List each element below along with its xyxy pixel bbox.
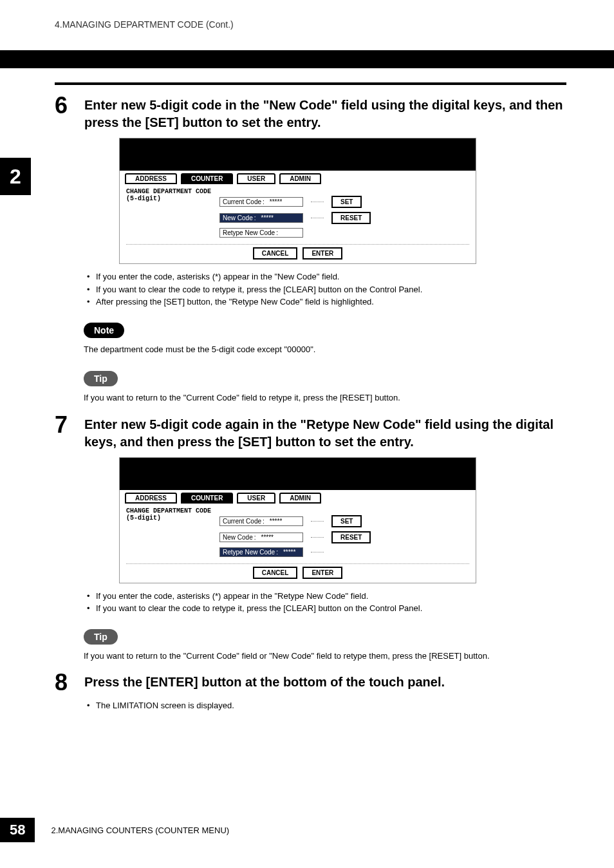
row-current: Current Code:***** SET bbox=[219, 515, 469, 527]
tip-label: Tip bbox=[94, 373, 107, 384]
page-header: 4.MANAGING DEPARTMENT CODE (Cont.) bbox=[0, 0, 614, 30]
new-code-field[interactable]: New Code:***** bbox=[219, 213, 303, 223]
step-6: 6 Enter new 5-digit code in the "New Cod… bbox=[55, 94, 566, 131]
tab-admin[interactable]: ADMIN bbox=[279, 173, 321, 184]
ui-screenshot-6: ADDRESS COUNTER USER ADMIN CHANGE DEPART… bbox=[119, 138, 476, 264]
ui-top-bar bbox=[120, 138, 476, 171]
current-code-field[interactable]: Current Code:***** bbox=[219, 516, 303, 526]
retype-code-field[interactable]: Retype New Code: bbox=[219, 228, 303, 238]
tab-counter[interactable]: COUNTER bbox=[181, 173, 233, 184]
step-title: Enter new 5-digit code again in the "Ret… bbox=[84, 413, 566, 451]
step-number: 8 bbox=[55, 671, 73, 694]
step-8: 8 Press the [ENTER] button at the bottom… bbox=[55, 671, 566, 694]
connector bbox=[311, 218, 324, 218]
note-pill: Note bbox=[84, 323, 124, 338]
tip-pill: Tip bbox=[84, 629, 118, 645]
enter-button[interactable]: ENTER bbox=[302, 247, 342, 259]
retype-code-field[interactable]: Retype New Code:***** bbox=[219, 547, 303, 557]
ui-rows: Current Code:***** SET New Code:***** RE… bbox=[219, 515, 469, 557]
note-label: Note bbox=[94, 325, 114, 335]
ui-top-bar bbox=[120, 458, 476, 490]
step8-bullets: The LIMITATION screen is displayed. bbox=[87, 699, 566, 712]
note-text: The department code must be the 5-digit … bbox=[84, 343, 566, 356]
connector bbox=[311, 202, 324, 202]
ui-tabs: ADDRESS COUNTER USER ADMIN bbox=[120, 490, 476, 504]
tab-address[interactable]: ADDRESS bbox=[125, 173, 177, 184]
step-7: 7 Enter new 5-digit code again in the "R… bbox=[55, 413, 566, 451]
footer-text: 2.MANAGING COUNTERS (COUNTER MENU) bbox=[51, 826, 229, 835]
field-value: ***** bbox=[279, 549, 300, 556]
ui-body: CHANGE DEPARTMENT CODE (5-digit) Current… bbox=[120, 184, 476, 263]
ui-screenshot-7: ADDRESS COUNTER USER ADMIN CHANGE DEPART… bbox=[119, 457, 476, 583]
connector bbox=[311, 537, 324, 538]
tip-text: If you want to return to the "Current Co… bbox=[84, 650, 566, 663]
step6-bullets: If you enter the code, asterisks (*) app… bbox=[87, 270, 566, 308]
step-title: Press the [ENTER] button at the bottom o… bbox=[84, 671, 445, 694]
bullet: After pressing the [SET] button, the "Re… bbox=[87, 296, 566, 308]
tab-user[interactable]: USER bbox=[237, 173, 275, 184]
tip-pill: Tip bbox=[84, 371, 118, 386]
reset-button[interactable]: RESET bbox=[331, 212, 371, 224]
ui-tabs: ADDRESS COUNTER USER ADMIN bbox=[120, 171, 476, 184]
ui-rows: Current Code:***** SET New Code:***** RE… bbox=[219, 196, 469, 238]
bullet: The LIMITATION screen is displayed. bbox=[87, 699, 566, 712]
row-retype: Retype New Code:***** bbox=[219, 547, 469, 557]
new-code-field[interactable]: New Code:***** bbox=[219, 533, 303, 542]
ui-title: CHANGE DEPARTMENT CODE bbox=[126, 507, 469, 514]
bullet: If you enter the code, asterisks (*) app… bbox=[87, 590, 566, 603]
row-new: New Code:***** RESET bbox=[219, 212, 469, 224]
step7-bullets: If you enter the code, asterisks (*) app… bbox=[87, 590, 566, 615]
page-footer: 58 2.MANAGING COUNTERS (COUNTER MENU) bbox=[0, 818, 229, 842]
field-label: Current Code bbox=[223, 198, 261, 205]
enter-button[interactable]: ENTER bbox=[302, 567, 342, 579]
tab-address[interactable]: ADDRESS bbox=[125, 493, 177, 504]
breadcrumb-text: 4.MANAGING DEPARTMENT CODE (Cont.) bbox=[55, 19, 234, 30]
field-label: Retype New Code bbox=[223, 549, 275, 556]
page-number: 58 bbox=[0, 818, 35, 842]
ui-body: CHANGE DEPARTMENT CODE (5-digit) Current… bbox=[120, 504, 476, 583]
chapter-number: 2 bbox=[10, 165, 21, 189]
connector bbox=[311, 552, 324, 552]
tab-admin[interactable]: ADMIN bbox=[279, 493, 321, 504]
tip-label: Tip bbox=[94, 632, 107, 642]
tab-counter[interactable]: COUNTER bbox=[181, 493, 233, 504]
header-bar bbox=[0, 50, 614, 68]
set-button[interactable]: SET bbox=[331, 196, 362, 208]
cancel-button[interactable]: CANCEL bbox=[253, 247, 298, 259]
step-title: Enter new 5-digit code in the "New Code"… bbox=[84, 94, 566, 131]
field-value: ***** bbox=[257, 214, 300, 222]
step-number: 7 bbox=[55, 413, 73, 451]
field-value: ***** bbox=[257, 534, 300, 541]
reset-button[interactable]: RESET bbox=[331, 531, 371, 543]
cancel-button[interactable]: CANCEL bbox=[253, 567, 298, 579]
row-new: New Code:***** RESET bbox=[219, 531, 469, 543]
field-label: Retype New Code bbox=[223, 229, 275, 236]
field-value: ***** bbox=[266, 518, 300, 525]
field-value: ***** bbox=[266, 198, 300, 205]
row-retype: Retype New Code: bbox=[219, 228, 469, 238]
bullet: If you enter the code, asterisks (*) app… bbox=[87, 270, 566, 283]
ui-title: CHANGE DEPARTMENT CODE bbox=[126, 188, 469, 195]
set-button[interactable]: SET bbox=[331, 515, 362, 527]
divider bbox=[55, 82, 566, 85]
connector bbox=[311, 521, 324, 522]
page-content: 6 Enter new 5-digit code in the "New Cod… bbox=[55, 82, 566, 720]
field-label: New Code bbox=[223, 214, 253, 222]
ui-bottom-buttons: CANCEL ENTER bbox=[126, 563, 469, 581]
step-number: 6 bbox=[55, 94, 73, 131]
chapter-tab: 2 bbox=[0, 158, 31, 195]
field-label: Current Code bbox=[223, 518, 261, 525]
field-value bbox=[279, 229, 300, 236]
current-code-field[interactable]: Current Code:***** bbox=[219, 197, 303, 207]
ui-bottom-buttons: CANCEL ENTER bbox=[126, 244, 469, 262]
bullet: If you want to clear the code to retype … bbox=[87, 602, 566, 615]
tip-text: If you want to return to the "Current Co… bbox=[84, 392, 566, 404]
tab-user[interactable]: USER bbox=[237, 493, 275, 504]
field-label: New Code bbox=[223, 534, 253, 541]
bullet: If you want to clear the code to retype … bbox=[87, 283, 566, 296]
row-current: Current Code:***** SET bbox=[219, 196, 469, 208]
